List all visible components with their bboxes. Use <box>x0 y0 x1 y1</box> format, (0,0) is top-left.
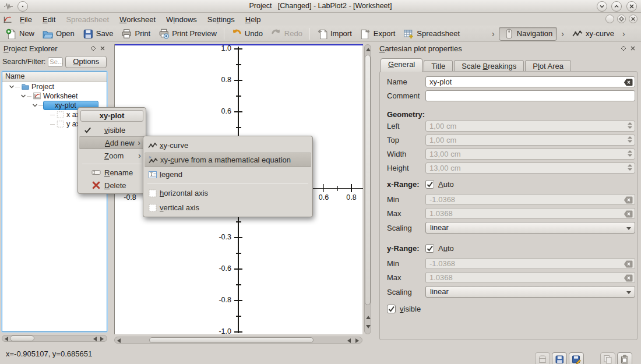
svg-text:T: T <box>150 171 153 176</box>
y-axis-major-tick <box>234 80 242 81</box>
tree-hscroll-left-arrow-icon[interactable] <box>5 337 8 341</box>
tab-title[interactable]: Title <box>424 60 453 72</box>
name-field[interactable]: xy-plot <box>425 76 635 87</box>
x-auto-checkbox[interactable] <box>425 180 434 189</box>
dock-float-icon[interactable] <box>619 44 628 53</box>
y-axis-major-tick <box>234 111 242 112</box>
toolbar-overflow-chevron-icon[interactable]: › <box>492 29 495 38</box>
dock-float-icon[interactable] <box>89 44 98 53</box>
statusbar: x=-0.905107, y=0.685651 <box>0 345 641 364</box>
top-spinbox: 1,00 cm <box>425 135 635 146</box>
properties-title: Cartesian plot properties <box>379 44 619 53</box>
ws-hscroll-left2-arrow-icon[interactable] <box>347 338 351 343</box>
save-icon <box>83 29 93 39</box>
comment-label: Comment <box>387 91 425 100</box>
tab-scale-breakings[interactable]: Scale Breakings <box>454 60 524 72</box>
spreadsheet-button[interactable]: Spreadsheet <box>399 27 464 41</box>
worksheet-horizontal-scrollbar[interactable] <box>114 335 362 344</box>
menu-worksheet[interactable]: Worksheet <box>114 14 161 25</box>
new-document-icon <box>6 29 16 39</box>
y-auto-checkbox[interactable] <box>425 244 434 253</box>
ws-vscroll-up-arrow-icon[interactable] <box>366 48 371 51</box>
menu-item-visible[interactable]: visible <box>79 123 145 136</box>
toolbar: NewOpenSavePrintPrint PreviewUndoRedoImp… <box>0 26 641 42</box>
menu-item-horizontal-axis[interactable]: horizontal axis <box>144 186 312 200</box>
tab-plot-area[interactable]: Plot Area <box>525 60 571 72</box>
menu-windows[interactable]: Windows <box>161 14 202 25</box>
save-button[interactable]: Save <box>79 27 118 41</box>
search-input[interactable]: Se... <box>48 57 63 67</box>
comment-field[interactable] <box>425 90 635 101</box>
left-label: Left <box>387 122 425 130</box>
combo-arrow-icon <box>626 291 631 294</box>
mdi-restore-button[interactable] <box>617 15 626 23</box>
xy-curve-button[interactable]: xy-curve <box>568 27 618 41</box>
visible-checkbox[interactable] <box>387 305 396 313</box>
maximize-button[interactable] <box>611 1 622 12</box>
tab-general[interactable]: General <box>381 58 422 72</box>
toolbar-overflow-chevron-icon[interactable]: › <box>622 29 625 38</box>
menu-item-zoom[interactable]: Zoom› <box>79 149 145 162</box>
import-button[interactable]: Import <box>313 27 356 41</box>
tree-hscroll-right-arrow-icon[interactable] <box>100 337 104 341</box>
ws-hscroll-thumb[interactable] <box>149 337 314 343</box>
dock-close-icon[interactable] <box>98 44 107 53</box>
window-title: Project [Changed] - LabPlot2 - [Workshee… <box>0 2 641 10</box>
tree-horizontal-scrollbar[interactable] <box>2 334 107 342</box>
xy-curve-icon <box>572 29 583 39</box>
navigation-button[interactable]: Navigation <box>499 27 557 41</box>
mouse-icon <box>503 29 514 39</box>
tree-item-project[interactable]: Project <box>2 82 107 91</box>
print-preview-button[interactable]: Print Preview <box>154 27 221 41</box>
print-button[interactable]: Print <box>117 27 154 41</box>
export-button[interactable]: Export <box>356 27 400 41</box>
ws-hscroll-left-arrow-icon[interactable] <box>117 338 121 343</box>
expander-chevron-icon[interactable] <box>20 93 27 100</box>
worksheet-vertical-scrollbar[interactable] <box>364 44 372 334</box>
options-button[interactable]: Options <box>65 56 107 68</box>
y-scaling-combobox[interactable]: linear <box>425 286 635 298</box>
expander-chevron-icon[interactable] <box>31 102 38 109</box>
x-scaling-combobox[interactable]: linear <box>425 222 635 234</box>
menu-item-xy-curve-from-a-mathematical-equation[interactable]: fxxy-curve from a mathematical equation <box>145 153 311 167</box>
menu-help[interactable]: Help <box>240 14 266 25</box>
y-min-label: Min <box>387 259 425 268</box>
close-button[interactable] <box>626 1 637 12</box>
new-button[interactable]: New <box>2 27 38 41</box>
y-axis-major-tick <box>234 48 242 50</box>
tree-item-worksheet[interactable]: Worksheet <box>2 91 107 101</box>
dock-close-icon[interactable] <box>628 44 638 53</box>
xy-equation-icon: fx <box>149 156 158 165</box>
menu-file[interactable]: File <box>15 14 37 25</box>
clear-icon <box>624 196 633 204</box>
menu-item-xy-curve[interactable]: xy-curve <box>144 138 312 153</box>
open-button[interactable]: Open <box>38 27 79 41</box>
menu-settings[interactable]: Settings <box>202 14 240 25</box>
ws-vscroll-thumb[interactable] <box>365 55 371 305</box>
ws-hscroll-right-arrow-icon[interactable] <box>355 338 359 343</box>
menu-item-rename[interactable]: Rename <box>79 166 145 179</box>
toolbar-separator <box>309 28 310 40</box>
menu-edit[interactable]: Edit <box>37 14 61 25</box>
undo-button[interactable]: Undo <box>227 27 267 41</box>
menu-item-vertical-axis[interactable]: vertical axis <box>144 200 312 215</box>
menu-item-delete[interactable]: Delete <box>79 179 145 192</box>
ws-vscroll-down-arrow-icon[interactable] <box>366 325 371 328</box>
mdi-close-button[interactable] <box>629 15 638 23</box>
toolbar-overflow-chevron-icon[interactable]: › <box>561 29 564 38</box>
tree-header-name[interactable]: Name <box>2 72 107 82</box>
menu-item-add-new[interactable]: Add new› <box>79 136 145 149</box>
menubar-items: FileEditSpreadsheetWorksheetWindowsSetti… <box>15 14 266 25</box>
clear-icon[interactable] <box>624 79 633 86</box>
y-max-field: 1.0368 <box>425 272 635 283</box>
menu-item-legend[interactable]: Tlegend <box>144 167 312 182</box>
y-axis-minor-tick <box>236 221 241 222</box>
tree-hscroll-left2-arrow-icon[interactable] <box>93 337 97 341</box>
mdi-minimize-button[interactable] <box>605 15 614 23</box>
shade-button[interactable] <box>597 1 607 12</box>
tree-hscroll-thumb[interactable] <box>10 335 34 341</box>
ws-vscroll-up2-arrow-icon[interactable] <box>366 316 371 319</box>
clear-icon <box>624 260 633 268</box>
name-label: Name <box>387 77 425 86</box>
expander-chevron-icon[interactable] <box>8 83 15 90</box>
